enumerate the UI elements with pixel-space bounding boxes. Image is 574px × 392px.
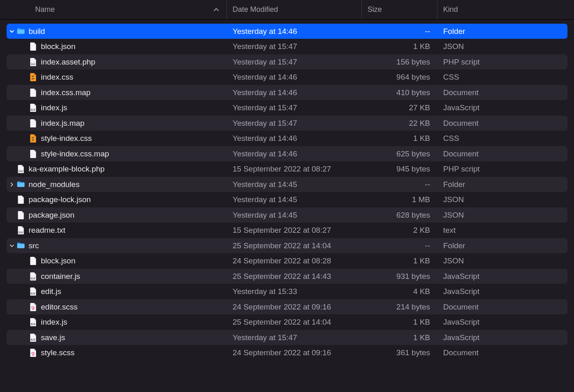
cell-size: -- xyxy=(362,180,437,189)
cell-name: package-lock.json xyxy=(7,192,227,207)
file-row[interactable]: editor.scss24 September 2022 at 09:16214… xyxy=(7,299,567,314)
disclosure-triangle[interactable] xyxy=(9,243,15,249)
kind-label: Document xyxy=(443,303,479,311)
file-row[interactable]: index.asset.phpYesterday at 15:47156 byt… xyxy=(7,54,567,69)
cell-name: edit.js xyxy=(7,284,227,299)
column-header-date[interactable]: Date Modified xyxy=(227,0,362,19)
size-label: 625 bytes xyxy=(397,149,430,158)
file-row[interactable]: package.jsonYesterday at 14:45628 bytesJ… xyxy=(7,207,567,223)
cell-size: 361 bytes xyxy=(362,348,437,357)
file-row[interactable]: package-lock.jsonYesterday at 14:451 MBJ… xyxy=(7,192,567,207)
cell-kind: PHP script xyxy=(437,58,567,67)
file-name-label: index.js.map xyxy=(41,119,85,128)
file-name-label: container.js xyxy=(41,272,80,281)
column-header-kind[interactable]: Kind xyxy=(437,0,570,19)
file-row[interactable]: index.jsYesterday at 15:4727 KBJavaScrip… xyxy=(7,100,567,116)
file-row[interactable]: buildYesterday at 14:46--Folder xyxy=(7,24,567,39)
cell-name: index.js.map xyxy=(7,116,227,131)
cell-size: 1 KB xyxy=(362,256,437,265)
cell-name: index.js xyxy=(7,315,227,330)
file-row[interactable]: block.json24 September 2022 at 08:281 KB… xyxy=(7,254,567,269)
cell-date: 15 September 2022 at 08:27 xyxy=(227,226,362,235)
size-label: 1 KB xyxy=(413,333,430,342)
column-header-size[interactable]: Size xyxy=(362,0,437,19)
file-row[interactable]: index.js25 September 2022 at 14:041 KBJa… xyxy=(7,315,567,330)
size-label: 628 bytes xyxy=(397,211,430,219)
date-modified-label: 24 September 2022 at 08:28 xyxy=(233,256,331,265)
size-label: 1 KB xyxy=(413,42,430,51)
date-modified-label: 25 September 2022 at 14:04 xyxy=(233,241,331,250)
cell-name: package.json xyxy=(7,207,227,223)
cell-name: build xyxy=(7,24,227,39)
kind-label: JavaScript xyxy=(443,272,480,281)
file-row[interactable]: style.scss24 September 2022 at 09:16361 … xyxy=(7,345,567,361)
js-icon xyxy=(29,317,38,327)
cell-name: style.scss xyxy=(7,345,227,361)
file-row[interactable]: style-index.css.mapYesterday at 14:46625… xyxy=(7,146,567,161)
cell-size: -- xyxy=(362,241,437,250)
file-row[interactable]: ka-example-block.php15 September 2022 at… xyxy=(7,162,567,177)
file-name-label: package.json xyxy=(29,211,74,220)
cell-date: Yesterday at 14:46 xyxy=(227,27,362,36)
cell-name: index.css xyxy=(7,70,227,85)
cell-name: index.js xyxy=(7,100,227,116)
file-name-label: index.css xyxy=(41,73,73,82)
cell-name: ka-example-block.php xyxy=(7,162,227,177)
file-name-label: index.asset.php xyxy=(41,58,95,67)
file-name-label: style.scss xyxy=(41,348,74,357)
cell-name: node_modules xyxy=(7,177,227,192)
file-row[interactable]: node_modulesYesterday at 14:45--Folder xyxy=(7,177,567,192)
cell-kind: Document xyxy=(437,149,567,158)
scss-icon xyxy=(29,302,38,312)
kind-label: Folder xyxy=(443,241,465,250)
date-modified-label: Yesterday at 15:47 xyxy=(233,333,297,342)
file-row[interactable]: edit.jsYesterday at 15:334 KBJavaScript xyxy=(7,284,567,299)
cell-size: 1 MB xyxy=(362,195,437,204)
file-row[interactable]: src25 September 2022 at 14:04--Folder xyxy=(7,238,567,253)
file-row[interactable]: block.jsonYesterday at 15:471 KBJSON xyxy=(7,39,567,54)
file-name-label: readme.txt xyxy=(29,226,65,235)
kind-label: Document xyxy=(443,348,479,357)
file-row[interactable]: index.cssYesterday at 14:46964 bytesCSS xyxy=(7,70,567,85)
cell-kind: Document xyxy=(437,303,567,312)
column-header-name[interactable]: Name xyxy=(0,0,227,19)
file-icon xyxy=(29,256,38,266)
file-icon xyxy=(29,149,38,159)
kind-label: JavaScript xyxy=(443,333,480,342)
file-row[interactable]: style-index.cssYesterday at 14:461 KBCSS xyxy=(7,131,567,146)
cell-name: readme.txt xyxy=(7,223,227,238)
file-row[interactable]: index.css.mapYesterday at 14:46410 bytes… xyxy=(7,85,567,100)
cell-kind: JavaScript xyxy=(437,272,567,281)
file-name-label: block.json xyxy=(41,256,76,265)
file-row[interactable]: index.js.mapYesterday at 15:4722 KBDocum… xyxy=(7,116,567,131)
file-name-label: style-index.css xyxy=(41,134,92,143)
chevron-down-icon xyxy=(9,243,15,249)
file-icon xyxy=(16,195,25,205)
column-header-kind-label: Kind xyxy=(443,5,458,14)
kind-label: JavaScript xyxy=(443,318,480,326)
chevron-down-icon xyxy=(9,29,15,34)
date-modified-label: Yesterday at 15:47 xyxy=(233,103,297,112)
cell-date: Yesterday at 14:45 xyxy=(227,211,362,220)
cell-size: 625 bytes xyxy=(362,149,437,158)
file-name-label: index.css.map xyxy=(41,88,90,97)
cell-name: index.css.map xyxy=(7,85,227,100)
date-modified-label: Yesterday at 15:33 xyxy=(233,287,297,296)
cell-size: 2 KB xyxy=(362,226,437,235)
disclosure-triangle[interactable] xyxy=(9,182,15,187)
size-label: 22 KB xyxy=(409,119,430,127)
cell-kind: JSON xyxy=(437,42,567,51)
disclosure-triangle[interactable] xyxy=(9,29,15,34)
chevron-right-icon xyxy=(9,182,15,187)
size-label: 1 KB xyxy=(413,256,430,265)
file-row[interactable]: save.jsYesterday at 15:471 KBJavaScript xyxy=(7,330,567,345)
js-icon xyxy=(29,287,38,296)
size-label: -- xyxy=(425,180,430,189)
cell-name: block.json xyxy=(7,254,227,269)
kind-label: Document xyxy=(443,149,479,158)
column-header-row: Name Date Modified Size Kind xyxy=(0,0,574,20)
cell-size: 22 KB xyxy=(362,119,437,128)
file-row[interactable]: readme.txt15 September 2022 at 08:272 KB… xyxy=(7,223,567,238)
file-row[interactable]: container.js25 September 2022 at 14:4393… xyxy=(7,269,567,284)
date-modified-label: 25 September 2022 at 14:04 xyxy=(233,318,331,326)
